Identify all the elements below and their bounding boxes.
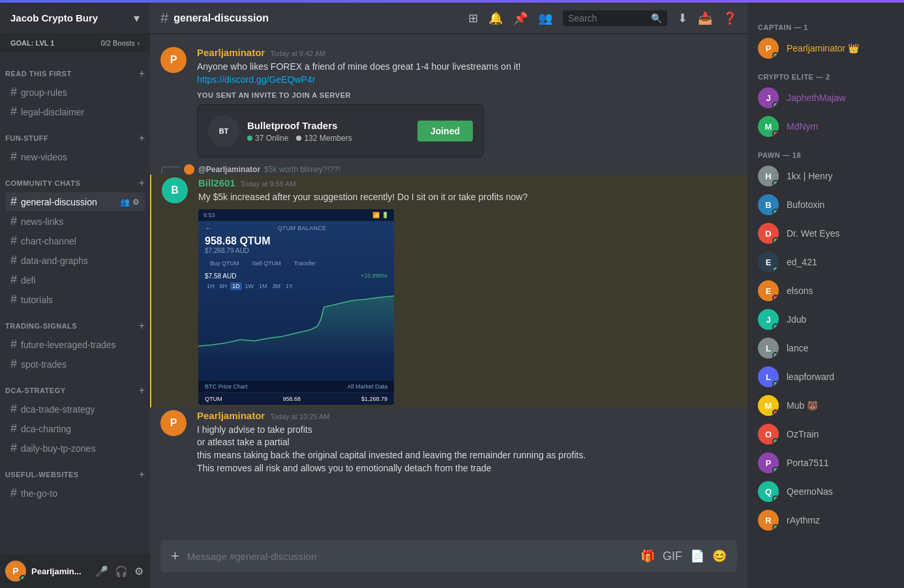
member-qeemonas[interactable]: Q QeemoNas xyxy=(753,477,899,506)
channel-dca-trade-strategy[interactable]: # dca-trade-strategy xyxy=(5,400,145,419)
category-read-first[interactable]: READ THIS FIRST + xyxy=(0,57,150,82)
category-trading-signals[interactable]: TRADING-SIGNALS + xyxy=(0,310,150,334)
gift-icon[interactable]: 🎁 xyxy=(640,549,655,563)
category-useful-websites[interactable]: USEFUL-WEBSITES + xyxy=(0,458,150,483)
member-status-dot xyxy=(772,438,779,445)
add-channel-icon[interactable]: + xyxy=(139,132,145,144)
period-1m[interactable]: 1M xyxy=(257,282,269,290)
add-channel-icon[interactable]: + xyxy=(139,68,145,80)
member-leapforward[interactable]: L leapforward xyxy=(753,362,899,391)
sticker-icon[interactable]: 📄 xyxy=(690,549,704,563)
channel-new-videos[interactable]: # new-videos xyxy=(5,147,145,166)
buy-qtum-button[interactable]: Buy QTUM xyxy=(205,258,245,269)
message-author[interactable]: Pearljaminator xyxy=(197,410,265,421)
member-mub[interactable]: M Mub 🐻 xyxy=(753,391,899,420)
member-status-dot xyxy=(772,52,779,59)
channel-news-links[interactable]: # news-links xyxy=(5,212,145,231)
boost-bar[interactable]: GOAL: LVL 1 0/2 Boosts › xyxy=(0,34,150,52)
channel-data-and-graphs[interactable]: # data-and-graphs xyxy=(5,251,145,270)
settings-icon[interactable]: ⚙ xyxy=(132,198,140,207)
search-box[interactable]: 🔍 xyxy=(563,10,667,26)
advice-message-group: P Pearljaminator Today at 10:25 AM I hig… xyxy=(150,407,747,477)
channel-dca-charting[interactable]: # dca-charting xyxy=(5,419,145,438)
period-1w[interactable]: 1W xyxy=(243,282,256,290)
member-status-dot xyxy=(772,524,779,531)
channel-general-discussion[interactable]: # general-discussion 👥 ⚙ xyxy=(5,192,145,211)
discord-link[interactable]: https://discord.gg/GeEQwP4r xyxy=(197,74,315,85)
server-header[interactable]: Jacob Crypto Bury ▾ xyxy=(0,3,150,34)
member-raythmz[interactable]: R rAythmz xyxy=(753,506,899,535)
add-channel-icon[interactable]: + xyxy=(139,385,145,396)
channel-future-leveraged-trades[interactable]: # future-leveraged-trades xyxy=(5,335,145,354)
member-elsons[interactable]: E elsons xyxy=(753,276,899,305)
channel-legal-disclaimer[interactable]: # legal-disclaimer xyxy=(5,102,145,121)
sidebar: Jacob Crypto Bury ▾ GOAL: LVL 1 0/2 Boos… xyxy=(0,3,150,588)
chart-footer-data: All Market Data xyxy=(347,383,387,390)
member-oztrain[interactable]: O OzTrain xyxy=(753,420,899,448)
member-porta7511[interactable]: P Porta7511 xyxy=(753,448,899,477)
member-name: MdNym xyxy=(787,121,818,132)
member-avatar: P xyxy=(758,38,779,59)
user-controls: 🎤 🎧 ⚙ xyxy=(94,564,145,579)
member-lance[interactable]: L lance xyxy=(753,334,899,362)
channel-defi[interactable]: # defi xyxy=(5,271,145,289)
member-avatar: H xyxy=(758,166,779,186)
channel-spot-trades[interactable]: # spot-trades xyxy=(5,355,145,374)
hash-icon[interactable]: ⊞ xyxy=(468,11,478,25)
sell-qtum-button[interactable]: Sell QTUM xyxy=(247,258,286,269)
invite-label: YOU SENT AN INVITE TO JOIN A SERVER xyxy=(197,91,737,99)
member-jdub[interactable]: J Jdub xyxy=(753,305,899,334)
notification-icon[interactable]: 🔔 xyxy=(489,11,503,25)
channel-daily-buy-tp-zones[interactable]: # daily-buy-tp-zones xyxy=(5,439,145,458)
chart-footer-label: BTC Price Chart xyxy=(205,383,248,390)
add-channel-icon[interactable]: + xyxy=(139,320,145,332)
member-avatar: M xyxy=(758,395,779,416)
period-1h[interactable]: 1H xyxy=(205,282,217,290)
period-1y[interactable]: 1Y xyxy=(284,282,295,290)
channel-chart-channel[interactable]: # chart-channel xyxy=(5,231,145,250)
attach-icon[interactable]: + xyxy=(171,540,179,572)
chart-stat2: +10.895% xyxy=(361,272,387,280)
pin-icon[interactable]: 📌 xyxy=(513,11,528,25)
member-1kx-henry[interactable]: H 1kx | Henry xyxy=(753,162,899,190)
settings-icon[interactable]: ⚙ xyxy=(133,564,145,579)
transfer-button[interactable]: Transfer xyxy=(289,258,321,269)
mute-icon[interactable]: 🎤 xyxy=(94,564,110,579)
period-1d[interactable]: 1D xyxy=(230,282,242,290)
member-status-dot xyxy=(772,352,779,359)
chart-balance: 958.68 QTUM xyxy=(205,235,387,247)
member-mdnym[interactable]: M MdNym xyxy=(753,112,899,141)
category-community-chats[interactable]: COMMUNITY CHATS + xyxy=(0,167,150,192)
category-fun-stuff[interactable]: FUN-STUFF + xyxy=(0,122,150,147)
search-input[interactable] xyxy=(568,13,647,23)
member-pearljaminator[interactable]: P Pearljaminator 👑 xyxy=(753,34,899,63)
emoji-icon[interactable]: 😊 xyxy=(712,549,727,563)
channel-the-go-to[interactable]: # the-go-to xyxy=(5,484,145,503)
message-author[interactable]: Bill2601 xyxy=(198,177,235,188)
members-icon[interactable]: 👥 xyxy=(538,11,552,25)
member-japhethmajaw[interactable]: J JaphethMajaw xyxy=(753,83,899,112)
headphone-icon[interactable]: 🎧 xyxy=(113,564,129,579)
member-bufotoxin[interactable]: B Bufotoxin xyxy=(753,190,899,219)
chart-qtum-balance-label: QTUM BALANCE xyxy=(217,225,387,231)
online-count: 37 Online xyxy=(255,134,288,143)
period-3m[interactable]: 3M xyxy=(271,282,283,290)
period-6h[interactable]: 6H xyxy=(218,282,230,290)
category-dca-strategy[interactable]: DCA-STRATEGY + xyxy=(0,374,150,399)
message-author[interactable]: Pearljaminator xyxy=(197,47,265,58)
add-channel-icon[interactable]: + xyxy=(139,177,145,189)
message-input-icons: 🎁 GIF 📄 😊 xyxy=(640,549,727,563)
channel-tutorials[interactable]: # tutorials xyxy=(5,290,145,309)
invite-card-wrapper: YOU SENT AN INVITE TO JOIN A SERVER BT B… xyxy=(197,91,737,158)
message-input[interactable] xyxy=(187,543,633,570)
add-channel-icon[interactable]: + xyxy=(139,469,145,480)
channel-group-rules[interactable]: # group-rules xyxy=(5,83,145,102)
member-dr-wet-eyes[interactable]: D Dr. Wet Eyes xyxy=(753,219,899,248)
boost-goal: GOAL: LVL 1 xyxy=(10,39,54,47)
download-icon[interactable]: ⬇ xyxy=(678,11,687,25)
join-button[interactable]: Joined xyxy=(417,121,473,141)
member-ed421[interactable]: E ed_421 xyxy=(753,248,899,276)
gif-icon[interactable]: GIF xyxy=(663,550,682,563)
inbox-icon[interactable]: 📥 xyxy=(698,11,712,25)
help-icon[interactable]: ❓ xyxy=(723,11,737,25)
